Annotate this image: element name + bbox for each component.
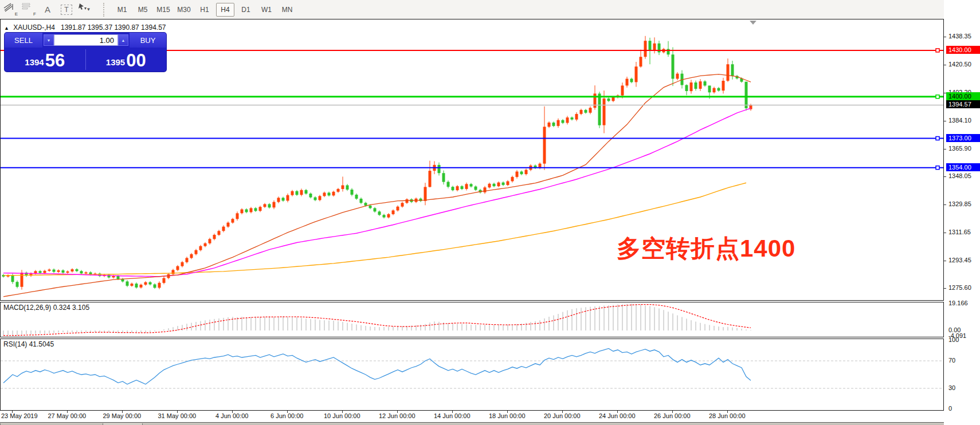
price-tick <box>944 288 946 289</box>
time-axis-label: 26 Jun 00:00 <box>654 412 691 419</box>
time-axis-label: 27 May 00:00 <box>48 412 87 419</box>
trade-panel: SELL ▼ 1.00 ▲ BUY 1394 56 1395 00 <box>5 33 166 72</box>
sell-button[interactable]: SELL <box>5 33 42 48</box>
price-tick <box>944 121 946 121</box>
time-axis-label: 4 Jun 00:00 <box>215 412 249 419</box>
rsi-line <box>3 348 751 384</box>
toolbar-separator <box>103 3 108 17</box>
macd-signal-line <box>3 305 751 336</box>
price-tick-label: 1420.50 <box>948 61 971 68</box>
price-axis[interactable]: 1438.351420.501402.201384.101365.901348.… <box>944 0 980 425</box>
price-tick <box>944 149 946 149</box>
sell-price[interactable]: 1394 56 <box>5 48 85 72</box>
price-badge-1430.00: 1430.00 <box>946 46 980 54</box>
rsi-axis-label: 70 <box>948 357 955 364</box>
rsi-canvas <box>1 339 943 410</box>
time-axis-label: 31 May 00:00 <box>158 412 197 419</box>
timeframe-button-d1[interactable]: D1 <box>237 3 255 17</box>
chart-shift-marker-icon <box>750 21 756 25</box>
price-tick <box>944 204 946 205</box>
toolbar: E F A T ▼ M1M5M15M30H1H4D1W1MN <box>0 0 980 19</box>
macd-axis-label: 19.166 <box>948 300 968 306</box>
time-axis-label: 29 May 00:00 <box>103 412 142 419</box>
chart-annotation[interactable]: 多空转折点1400 <box>617 233 795 265</box>
rsi-axis-label: 0 <box>948 405 952 412</box>
price-tick-label: 1348.05 <box>948 172 971 179</box>
time-axis-label: 20 Jun 00:00 <box>544 412 581 419</box>
hline-handle[interactable] <box>936 166 939 170</box>
price-tick-label: 1275.60 <box>948 284 971 291</box>
hline-handle[interactable] <box>936 137 939 140</box>
time-axis[interactable]: 23 May 201927 May 00:0029 May 00:0031 Ma… <box>0 411 944 422</box>
time-axis-label: 24 Jun 00:00 <box>599 412 636 419</box>
hline-handle[interactable] <box>936 95 939 99</box>
rsi-axis-label: 30 <box>948 384 955 391</box>
status-strip <box>0 422 980 425</box>
timeframe-button-w1[interactable]: W1 <box>257 3 276 17</box>
current-price-badge: 1394.57 <box>946 100 980 108</box>
timeframe-button-m15[interactable]: M15 <box>154 3 173 17</box>
time-axis-label: 14 Jun 00:00 <box>434 412 471 419</box>
macd-label: MACD(12,26,9) 0.324 3.105 <box>3 304 89 312</box>
price-tick-label: 1384.10 <box>948 117 971 124</box>
hline-handle[interactable] <box>936 49 939 52</box>
price-tick-label: 1365.90 <box>948 145 971 152</box>
volume-input[interactable]: 1.00 <box>54 34 118 46</box>
price-tick-label: 1329.85 <box>948 200 971 207</box>
grid-icon[interactable]: F <box>22 3 37 17</box>
time-axis-label: 12 Jun 00:00 <box>379 412 415 419</box>
symbol-triangle-icon: ▲ <box>4 25 9 31</box>
macd-canvas <box>1 302 943 337</box>
timeframe-group: M1M5M15M30H1H4D1W1MN <box>112 3 297 17</box>
time-axis-label: 28 Jun 00:00 <box>709 412 746 419</box>
text-box-icon[interactable]: T <box>61 5 72 15</box>
time-axis-label: 18 Jun 00:00 <box>489 412 526 419</box>
cursor-mode-icon[interactable]: ▼ <box>78 3 97 17</box>
price-tick <box>944 261 946 261</box>
symbol-ohlc: 1391.87 1395.37 1390.87 1394.57 <box>61 23 166 32</box>
price-tick <box>944 176 946 177</box>
price-badge-1354.00: 1354.00 <box>946 163 980 171</box>
price-badge-1373.00: 1373.00 <box>946 134 980 142</box>
time-axis-label: 23 May 2019 <box>1 412 38 419</box>
price-tick-label: 1438.35 <box>948 33 971 40</box>
timeframe-button-h1[interactable]: H1 <box>195 3 214 17</box>
timeframe-button-m30[interactable]: M30 <box>175 3 193 17</box>
price-badge-1400.00: 1400.00 <box>946 92 980 100</box>
patterns-icon[interactable]: E <box>3 3 18 17</box>
price-tick <box>944 233 946 233</box>
time-axis-label: 10 Jun 00:00 <box>324 412 360 419</box>
price-tick-label: 1293.45 <box>948 257 971 263</box>
symbol-name: XAUUSD-,H4 <box>13 23 55 32</box>
timeframe-button-m5[interactable]: M5 <box>134 3 152 17</box>
volume-up-button[interactable]: ▲ <box>118 34 128 46</box>
mt4-window: E F A T ▼ M1M5M15M30H1H4D1W1MN ▲ XAUUSD-… <box>0 0 980 425</box>
price-tick <box>944 65 946 65</box>
macd-histogram <box>3 304 751 336</box>
timeframe-button-m1[interactable]: M1 <box>113 3 131 17</box>
macd-panel[interactable] <box>0 302 944 337</box>
time-axis-label: 6 Jun 00:00 <box>271 412 304 419</box>
rsi-panel[interactable] <box>0 339 944 411</box>
price-tick-label: 1311.65 <box>948 229 971 235</box>
buy-price[interactable]: 1395 00 <box>86 48 167 72</box>
timeframe-button-h4[interactable]: H4 <box>216 3 234 17</box>
volume-down-button[interactable]: ▼ <box>44 34 54 46</box>
timeframe-button-mn[interactable]: MN <box>278 3 296 17</box>
price-tick <box>944 37 946 37</box>
text-label-icon[interactable]: A <box>40 3 55 17</box>
buy-button[interactable]: BUY <box>130 33 166 48</box>
rsi-axis-label: 100 <box>948 336 959 343</box>
symbol-header: ▲ XAUUSD-,H4 1391.87 1395.37 1390.87 139… <box>4 23 166 32</box>
rsi-label: RSI(14) 41.5045 <box>3 340 54 348</box>
